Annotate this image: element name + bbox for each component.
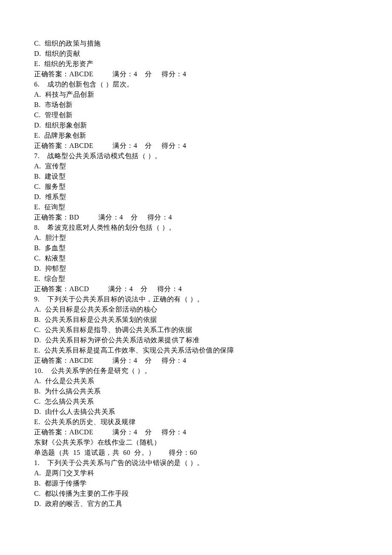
section-info: 单选题（共 15 道试题，共 60 分。） 得分：60 [34,448,358,458]
text-line: B. 公共关系目标是公共关系策划的依据 [34,315,358,325]
question-line: 10. 公共关系学的任务是研究（ ）。 [34,366,358,376]
text-line: D. 组织的贡献 [34,49,358,59]
text-line: E. 综合型 [34,274,358,284]
text-line: A. 胆汁型 [34,233,358,243]
text-line: B. 为什么搞公共关系 [34,386,358,396]
text-line: D. 政府的喉舌、官方的工具 [34,499,358,509]
text-line: E. 公共关系的历史、现状及规律 [34,417,358,427]
question-line: 6. 成功的创新包含（ ）层次。 [34,79,358,90]
text-line: E. 组织的无形资产 [34,59,358,69]
text-line: D. 由什么人去搞公共关系 [34,407,358,417]
text-line: A. 是两门交叉学科 [34,468,358,478]
text-line: B. 建设型 [34,171,358,182]
answer-line: 正确答案：ABCDE 满分：4 分 得分：4 [34,356,358,366]
answer-line: 正确答案：ABCDE 满分：4 分 得分：4 [34,427,358,437]
document-page: C. 组织的政策与措施 D. 组织的贡献 E. 组织的无形资产 正确答案：ABC… [0,0,392,555]
answer-line: 正确答案：BD 满分：4 分 得分：4 [34,212,358,223]
text-line: C. 粘液型 [34,253,358,263]
text-line: D. 维系型 [34,192,358,202]
text-line: B. 市场创新 [34,100,358,110]
text-line: A. 什么是公共关系 [34,376,358,386]
text-line: E. 品牌形象创新 [34,130,358,141]
text-line: D. 组织形象创新 [34,120,358,130]
text-line: C. 管理创新 [34,110,358,120]
text-line: B. 多血型 [34,243,358,253]
text-line: C. 怎么搞公共关系 [34,396,358,407]
question-line: 9. 下列关于公共关系目标的说法中，正确的有（ ）。 [34,294,358,304]
text-line: A. 宣传型 [34,161,358,171]
question-line: 8. 希波克拉底对人类性格的划分包括（ ）。 [34,223,358,233]
answer-line: 正确答案：ABCDE 满分：4 分 得分：4 [34,69,358,79]
text-line: D. 抑郁型 [34,263,358,274]
answer-line: 正确答案：ABCD 满分：4 分 得分：4 [34,284,358,294]
answer-line: 正确答案：ABCDE 满分：4 分 得分：4 [34,141,358,151]
text-line: E. 公共关系目标是提高工作效率、实现公共关系活动价值的保障 [34,345,358,356]
text-line: C. 都以传播为主要的工作手段 [34,489,358,499]
text-line: A. 科技与产品创新 [34,90,358,100]
text-line: C. 组织的政策与措施 [34,38,358,49]
question-line: 7. 战略型公共关系活动模式包括（ ）。 [34,151,358,161]
question-line: 1. 下列关于公共关系与广告的说法中错误的是（ ）。 [34,458,358,468]
text-line: A. 公关目标是公共关系全部活动的核心 [34,304,358,315]
text-line: E. 征询型 [34,202,358,212]
text-line: C. 服务型 [34,182,358,192]
text-line: B. 都源于传播学 [34,478,358,489]
text-line: C. 公共关系目标是指导、协调公共关系工作的依据 [34,325,358,335]
text-line: D. 公共关系目标为评价公共关系活动效果提供了标准 [34,335,358,345]
section-title: 东财《公共关系学》在线作业二（随机） [34,437,358,448]
